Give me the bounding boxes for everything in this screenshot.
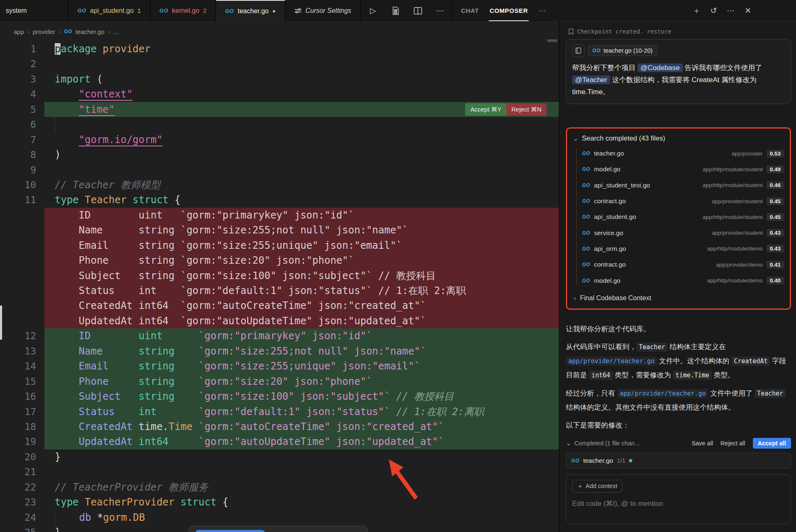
- search-result-row[interactable]: GOapi_student.goapp/http/module/student0…: [582, 209, 784, 225]
- breadcrumb-file[interactable]: teacher.go: [75, 28, 104, 35]
- code-line[interactable]: 12 ID uint `gorm:"primarykey" json:"id"`: [0, 328, 559, 343]
- restore-link[interactable]: restore: [647, 28, 671, 35]
- tab-teacher-go[interactable]: GO teacher.go ●: [216, 0, 285, 21]
- binary-file-icon[interactable]: [391, 6, 400, 15]
- code-line[interactable]: 5 "time"Accept ⌘YReject ⌘N: [0, 102, 559, 117]
- line-number: 8: [0, 147, 36, 162]
- tab-kernel-go[interactable]: GO kernel.go 2: [150, 0, 216, 21]
- save-all-button[interactable]: Save all: [692, 440, 713, 447]
- context-file-chip[interactable]: GO teacher.go (10-20): [588, 45, 657, 56]
- tab-cursor-settings[interactable]: Cursor Settings: [285, 0, 361, 21]
- search-result-row[interactable]: GOcontract.goapp/provider/student0.45: [582, 193, 784, 209]
- code-line[interactable]: 10// Teacher 教师模型: [0, 177, 559, 192]
- search-result-row[interactable]: GOmodel.goapp/http/module/demo0.40: [582, 272, 784, 288]
- history-icon[interactable]: ↺: [710, 6, 717, 15]
- search-result-row[interactable]: GOapi_student_test.goapp/http/module/stu…: [582, 177, 784, 193]
- go-icon: GO: [78, 7, 86, 14]
- search-result-row[interactable]: GOservice.goapp/provider/student0.43: [582, 225, 784, 240]
- composer-input[interactable]: Edit code (⌘I), @ to mention: [572, 499, 785, 508]
- file-path-link[interactable]: app/provider/teacher.go: [617, 389, 709, 398]
- code-line[interactable]: 21: [0, 464, 559, 479]
- text-run: 文件中。这个结构体的: [657, 357, 731, 365]
- add-context-button[interactable]: ＋ Add context: [572, 480, 622, 493]
- code-line[interactable]: 8): [0, 147, 559, 162]
- code-line[interactable]: 6: [0, 117, 559, 132]
- search-result-row[interactable]: GOapi_orm.goapp/http/module/demo0.43: [582, 241, 784, 257]
- mention-chip[interactable]: @Codebase: [638, 63, 683, 72]
- code-line[interactable]: 22// TeacherProvider 教师服务: [0, 480, 559, 495]
- code-line[interactable]: 3import (: [0, 72, 559, 87]
- tab-composer[interactable]: COMPOSER: [490, 0, 528, 21]
- panel-tabs-overflow-icon[interactable]: ⋯: [539, 6, 546, 15]
- code-line[interactable]: 4 "context": [0, 87, 559, 102]
- breadcrumb[interactable]: app › provider › GO teacher.go › ...: [0, 22, 559, 41]
- code-line[interactable]: 16 Subject string `gorm:"size:100" json:…: [0, 389, 559, 404]
- search-result-row[interactable]: GOmodel.goapp/http/module/student0.49: [582, 161, 784, 177]
- result-file-name: service.go: [594, 229, 624, 237]
- file-path-link[interactable]: app/provider/teacher.go: [566, 357, 657, 366]
- close-panel-icon[interactable]: ✕: [745, 6, 751, 15]
- code-line[interactable]: Status int `gorm:"default:1" json:"statu…: [0, 283, 559, 298]
- accept-diff-button[interactable]: Accept ⌘Y: [465, 103, 506, 116]
- user-message-card: GO teacher.go (10-20) 帮我分析下整个项目 @Codebas…: [566, 39, 791, 104]
- breadcrumb-symbol[interactable]: ...: [113, 28, 119, 35]
- code-area[interactable]: 1package provider23import (4 "context"5 …: [0, 41, 559, 532]
- review-file-name: teacher.go: [583, 457, 613, 464]
- review-file-row[interactable]: GO teacher.go 1/1: [566, 453, 791, 469]
- code-line[interactable]: 18 CreatedAt time.Time `gorm:"autoCreate…: [0, 419, 559, 434]
- tab-chat[interactable]: CHAT: [461, 0, 479, 21]
- result-file-path: app/http/module/student: [703, 182, 763, 188]
- tab-api-student-go[interactable]: GO api_student.go 1: [68, 0, 150, 21]
- code-line[interactable]: 7 "gorm.io/gorm": [0, 132, 559, 147]
- code-line[interactable]: 24 db *gorm.DB: [0, 510, 559, 525]
- line-number: 5: [0, 102, 36, 117]
- go-icon: GO: [582, 230, 590, 236]
- code-line[interactable]: 17 Status int `gorm:"default:1" json:"st…: [0, 404, 559, 419]
- panel-more-icon[interactable]: ⋯: [727, 6, 735, 15]
- result-file-name: model.go: [594, 277, 621, 284]
- run-icon[interactable]: ▷: [369, 6, 378, 15]
- code-line[interactable]: 15 Phone string `gorm:"size:20" json:"ph…: [0, 374, 559, 389]
- code-line[interactable]: 20}: [0, 449, 559, 464]
- code-line[interactable]: 13 Name string `gorm:"size:255;not null"…: [0, 344, 559, 359]
- composer-input-box[interactable]: ＋ Add context Edit code (⌘I), @ to menti…: [566, 474, 791, 524]
- breadcrumb-app[interactable]: app: [14, 28, 24, 35]
- line-number: 13: [0, 344, 36, 359]
- code-line[interactable]: ID uint `gorm:"primarykey" json:"id"`: [0, 208, 559, 223]
- accept-all-button[interactable]: Accept all: [753, 438, 791, 449]
- search-result-row[interactable]: GOteacher.goapp/provider0.53: [582, 146, 784, 161]
- code-line[interactable]: 23type TeacherProvider struct {: [0, 495, 559, 510]
- code-line[interactable]: 2: [0, 56, 559, 71]
- code-line[interactable]: CreatedAt int64 `gorm:"autoCreateTime" j…: [0, 298, 559, 313]
- code-line[interactable]: Name string `gorm:"size:255;not null" js…: [0, 223, 559, 238]
- code-line[interactable]: 14 Email string `gorm:"size:255;unique" …: [0, 359, 559, 374]
- code-line[interactable]: Email string `gorm:"size:255;unique" jso…: [0, 238, 559, 253]
- code-line[interactable]: 9: [0, 163, 559, 177]
- sidebar-drag-handle[interactable]: [0, 306, 2, 340]
- code-line[interactable]: Subject string `gorm:"size:100" json:"su…: [0, 268, 559, 283]
- search-result-row[interactable]: GOcontract.goapp/provider/demo0.41: [582, 257, 784, 272]
- more-actions-icon[interactable]: ⋯: [436, 6, 445, 15]
- editor-actions: ▷ ⋯: [361, 0, 452, 21]
- code-editor[interactable]: app › provider › GO teacher.go › ... 1pa…: [0, 22, 559, 532]
- line-number: 20: [0, 449, 36, 464]
- reject-diff-button[interactable]: Reject ⌘N: [506, 103, 546, 116]
- code-line[interactable]: 19 UpdatedAt int64 `gorm:"autoUpdateTime…: [0, 434, 559, 449]
- book-icon[interactable]: [572, 44, 585, 57]
- reject-all-button[interactable]: Reject all: [721, 440, 745, 447]
- line-number: 19: [0, 434, 36, 449]
- split-editor-icon[interactable]: [413, 6, 422, 15]
- scrollbar-thumb[interactable]: [547, 39, 557, 42]
- final-codebase-context[interactable]: › Final Codebase Context: [573, 293, 784, 304]
- code-line[interactable]: 11type Teacher struct {: [0, 192, 559, 207]
- diff-toolbar-button[interactable]: [195, 530, 265, 532]
- code-line[interactable]: UpdatedAt int64 `gorm:"autoUpdateTime" j…: [0, 313, 559, 328]
- composer-panel: Checkpoint created. restore GO teacher.g: [559, 22, 796, 532]
- search-completed-header[interactable]: ⌄ Search completed (43 files): [573, 134, 784, 142]
- result-score-badge: 0.53: [767, 150, 784, 158]
- code-line[interactable]: Phone string `gorm:"size:20" json:"phone…: [0, 253, 559, 268]
- new-chat-icon[interactable]: ＋: [692, 5, 700, 16]
- mention-chip[interactable]: @Teacher: [572, 75, 610, 84]
- code-line[interactable]: 1package provider: [0, 41, 559, 56]
- breadcrumb-provider[interactable]: provider: [33, 28, 55, 35]
